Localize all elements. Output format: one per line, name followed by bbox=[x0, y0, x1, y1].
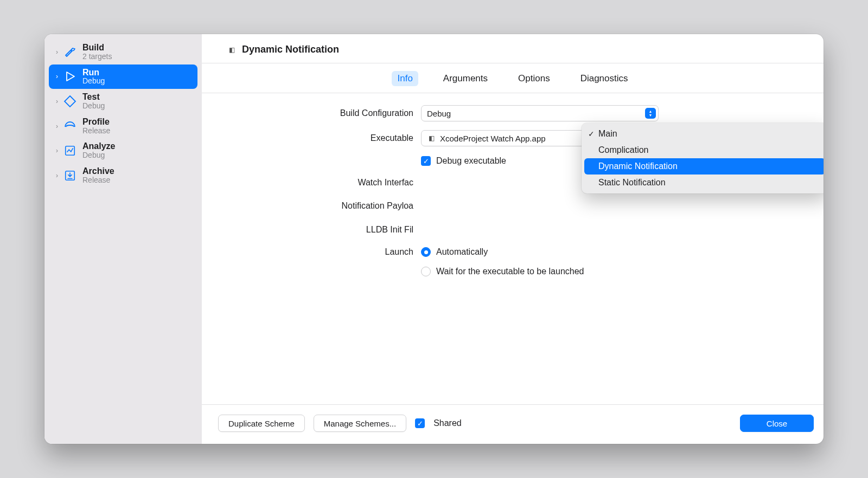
popup-build-configuration[interactable]: Debug ▲▼ bbox=[421, 105, 659, 121]
menu-item-static-notification[interactable]: Static Notification bbox=[584, 175, 824, 191]
radio-launch-wait[interactable] bbox=[421, 267, 431, 276]
checkbox-debug-executable[interactable]: ✓ bbox=[421, 156, 431, 166]
popup-value: XcodeProject Watch App.app bbox=[440, 134, 546, 143]
chevron-right-icon: › bbox=[53, 48, 61, 56]
menu-item-label: Dynamic Notification bbox=[598, 162, 678, 171]
sidebar-item-title: Analyze bbox=[82, 141, 115, 151]
main-panel: ◧ Dynamic Notification Info Arguments Op… bbox=[202, 34, 824, 444]
watch-interface-menu: ✓ Main Complication Dynamic Notification… bbox=[582, 123, 824, 193]
duplicate-scheme-button[interactable]: Duplicate Scheme bbox=[218, 415, 305, 432]
footer: Duplicate Scheme Manage Schemes... ✓ Sha… bbox=[202, 404, 824, 444]
sidebar-item-archive[interactable]: › Archive Release bbox=[49, 163, 197, 188]
archive-icon bbox=[63, 169, 77, 183]
sidebar-item-subtitle: 2 targets bbox=[82, 53, 112, 61]
label-launch-wait: Wait for the executable to be launched bbox=[436, 267, 584, 276]
updown-caret-icon: ▲▼ bbox=[645, 108, 656, 119]
tab-arguments[interactable]: Arguments bbox=[438, 71, 493, 86]
hammer-icon bbox=[63, 45, 77, 59]
sidebar: › Build 2 targets › Run Debug › bbox=[44, 34, 202, 444]
tab-diagnostics[interactable]: Diagnostics bbox=[575, 71, 634, 86]
sidebar-item-test[interactable]: › Test Debug bbox=[49, 89, 197, 114]
sidebar-item-title: Run bbox=[82, 68, 105, 77]
label-shared: Shared bbox=[433, 418, 462, 428]
checkmark-icon: ✓ bbox=[588, 130, 595, 138]
chevron-right-icon: › bbox=[53, 73, 61, 80]
sidebar-item-subtitle: Release bbox=[82, 176, 114, 185]
analyze-icon bbox=[63, 144, 77, 158]
label-executable: Executable bbox=[227, 133, 421, 143]
titlebar: ◧ Dynamic Notification bbox=[202, 34, 824, 63]
speedometer-icon bbox=[63, 119, 77, 133]
sidebar-item-title: Test bbox=[82, 92, 105, 102]
menu-item-label: Complication bbox=[598, 145, 648, 155]
manage-schemes-button[interactable]: Manage Schemes... bbox=[314, 415, 406, 432]
sidebar-item-run[interactable]: › Run Debug bbox=[49, 64, 197, 89]
radio-launch-automatically[interactable] bbox=[421, 247, 431, 257]
label-launch: Launch bbox=[227, 247, 421, 257]
label-notification-payload: Notification Payloa bbox=[227, 201, 421, 211]
menu-item-complication[interactable]: Complication bbox=[584, 142, 824, 158]
tab-bar: Info Arguments Options Diagnostics bbox=[202, 63, 824, 93]
page-title: Dynamic Notification bbox=[242, 44, 339, 55]
chevron-right-icon: › bbox=[53, 122, 61, 130]
sidebar-item-title: Archive bbox=[82, 166, 114, 176]
sidebar-item-analyze[interactable]: › Analyze Debug bbox=[49, 138, 197, 163]
sidebar-item-title: Profile bbox=[82, 117, 110, 127]
wrench-icon bbox=[63, 94, 77, 108]
menu-item-main[interactable]: ✓ Main bbox=[584, 126, 824, 142]
scheme-editor-window: › Build 2 targets › Run Debug › bbox=[44, 34, 824, 444]
label-debug-executable: Debug executable bbox=[436, 156, 506, 166]
sidebar-item-profile[interactable]: › Profile Release bbox=[49, 114, 197, 139]
chevron-right-icon: › bbox=[53, 147, 61, 154]
checkbox-shared[interactable]: ✓ bbox=[415, 418, 425, 428]
sidebar-item-subtitle: Debug bbox=[82, 77, 105, 86]
chevron-right-icon: › bbox=[53, 172, 61, 179]
play-icon bbox=[63, 69, 77, 83]
app-icon: ◧ bbox=[427, 134, 436, 143]
sidebar-item-build[interactable]: › Build 2 targets bbox=[49, 40, 197, 64]
tab-options[interactable]: Options bbox=[513, 71, 556, 86]
menu-item-dynamic-notification[interactable]: Dynamic Notification bbox=[584, 158, 824, 175]
chevron-right-icon: › bbox=[53, 98, 61, 105]
label-watch-interface: Watch Interfac bbox=[227, 178, 421, 188]
label-build-configuration: Build Configuration bbox=[227, 108, 421, 118]
tab-info[interactable]: Info bbox=[392, 71, 418, 86]
label-launch-automatically: Automatically bbox=[436, 247, 488, 257]
sidebar-item-subtitle: Debug bbox=[82, 102, 105, 111]
sidebar-item-title: Build bbox=[82, 43, 112, 53]
menu-item-label: Static Notification bbox=[598, 178, 666, 188]
app-icon: ◧ bbox=[227, 45, 237, 55]
sidebar-item-subtitle: Release bbox=[82, 127, 110, 135]
close-button[interactable]: Close bbox=[740, 415, 814, 432]
sidebar-item-subtitle: Debug bbox=[82, 151, 115, 160]
popup-value: Debug bbox=[427, 109, 451, 118]
menu-item-label: Main bbox=[598, 129, 617, 139]
label-lldb-init-file: LLDB Init Fil bbox=[227, 225, 421, 235]
